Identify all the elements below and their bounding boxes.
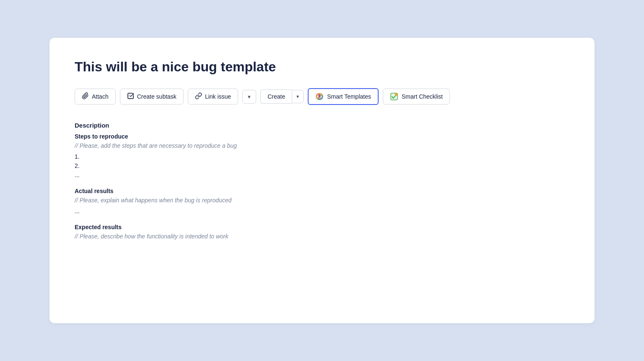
smart-checklist-icon: ! [390,92,398,101]
description-heading: Description [75,122,569,129]
smart-templates-button[interactable]: Smart Templates [308,88,379,105]
create-chevron-down-icon: ▾ [296,94,299,99]
steps-ellipsis: ... [75,172,569,178]
link-issue-label: Link issue [205,93,231,100]
create-label: Create [267,93,285,100]
attach-label: Attach [92,93,109,100]
step-2: 2. [75,162,569,169]
steps-comment: // Please, add the steps that are necess… [75,142,569,149]
expected-results-block: Expected results // Please, describe how… [75,224,569,240]
actual-results-heading: Actual results [75,188,569,194]
attach-icon [82,92,89,101]
smart-templates-icon [315,92,324,101]
toolbar: Attach Create subtask Link issue ▾ [75,88,569,105]
actual-results-block: Actual results // Please, explain what h… [75,188,569,215]
description-section: Description Steps to reproduce // Please… [75,122,569,240]
page-title: This will be a nice bug template [75,59,569,75]
svg-rect-0 [128,94,133,99]
link-icon [195,92,202,101]
create-group: Create ▾ [260,89,304,104]
attach-button[interactable]: Attach [75,89,116,105]
smart-checklist-label: Smart Checklist [402,93,443,100]
step-1: 1. [75,153,569,160]
steps-heading: Steps to reproduce [75,133,569,140]
create-subtask-button[interactable]: Create subtask [120,89,184,105]
smart-templates-label: Smart Templates [327,93,371,100]
create-subtask-label: Create subtask [137,93,177,100]
main-card: This will be a nice bug template Attach … [49,38,595,323]
actual-results-ellipsis: ... [75,208,569,215]
expected-results-heading: Expected results [75,224,569,230]
steps-to-reproduce-block: Steps to reproduce // Please, add the st… [75,133,569,178]
create-chevron-button[interactable]: ▾ [292,90,304,103]
expected-results-comment: // Please, describe how the functionalit… [75,233,569,240]
smart-checklist-button[interactable]: ! Smart Checklist [383,89,450,105]
actual-results-comment: // Please, explain what happens when the… [75,197,569,204]
subtask-icon [127,92,134,101]
create-button[interactable]: Create [260,89,292,104]
chevron-dropdown-button[interactable]: ▾ [242,90,256,104]
chevron-down-icon: ▾ [248,94,251,100]
svg-text:!: ! [395,94,396,96]
link-issue-button[interactable]: Link issue [188,89,238,105]
